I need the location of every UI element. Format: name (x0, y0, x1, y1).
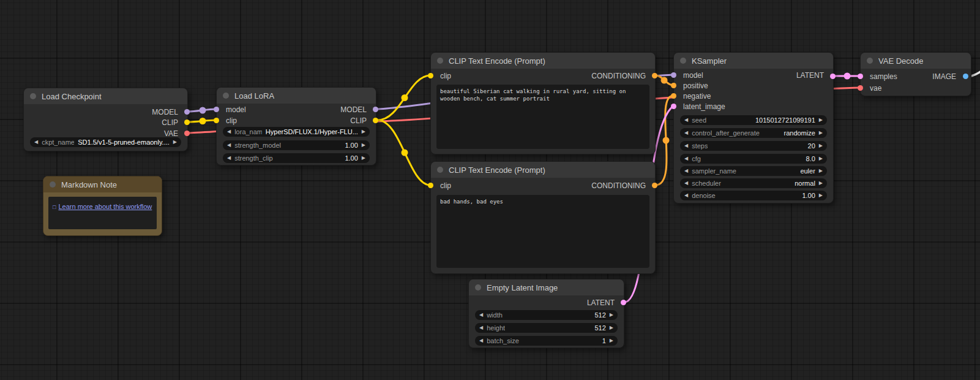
node-titlebar: KSampler (674, 53, 833, 69)
workflow-help-link[interactable]: □Learn more about this workflow (53, 203, 152, 210)
collapse-dot-icon[interactable] (437, 58, 443, 64)
widget-denoise[interactable]: ◀ denoise 1.00 ▶ (680, 191, 827, 200)
arrow-left-icon[interactable]: ◀ (684, 191, 688, 200)
input-label-vae: vae (870, 83, 881, 93)
widget-height[interactable]: ◀ height 512 ▶ (475, 323, 618, 333)
arrow-right-icon[interactable]: ▶ (610, 336, 613, 346)
widget-strength-model[interactable]: ◀ strength_model 1.00 ▶ (223, 140, 370, 150)
arrow-left-icon[interactable]: ◀ (227, 153, 231, 163)
wire-checkpoint-clip-to-lora (188, 120, 216, 122)
node-ksampler[interactable]: KSampler model positive negative latent_… (673, 52, 834, 203)
input-label-positive: positive (683, 81, 708, 91)
collapse-dot-icon[interactable] (867, 58, 873, 64)
output-label-conditioning: CONDITIONING (591, 71, 646, 81)
widget-control-after-generate[interactable]: ◀ control_after_generate randomize ▶ (680, 128, 827, 138)
widget-steps[interactable]: ◀ steps 20 ▶ (680, 141, 827, 151)
port-positive-input[interactable] (671, 83, 676, 88)
collapse-dot-icon[interactable] (223, 93, 229, 99)
node-load-checkpoint[interactable]: Load Checkpoint MODEL CLIP VAE ◀ ckpt_na… (23, 88, 188, 151)
node-graph-canvas[interactable]: Load Checkpoint MODEL CLIP VAE ◀ ckpt_na… (0, 0, 980, 380)
node-titlebar: CLIP Text Encode (Prompt) (431, 53, 655, 69)
node-titlebar: Markdown Note (43, 177, 162, 192)
node-markdown-note[interactable]: Markdown Note □Learn more about this wor… (43, 176, 162, 236)
widget-cfg[interactable]: ◀ cfg 8.0 ▶ (680, 154, 827, 164)
output-label-image: IMAGE (932, 72, 956, 82)
port-image-output[interactable] (963, 74, 968, 79)
port-clip-input[interactable] (214, 118, 219, 123)
port-model-output[interactable] (184, 109, 190, 115)
arrow-left-icon[interactable]: ◀ (227, 127, 231, 137)
input-label-clip: clip (226, 116, 237, 126)
arrow-right-icon[interactable]: ▶ (819, 191, 823, 200)
arrow-right-icon[interactable]: ▶ (819, 166, 823, 176)
negative-prompt-textarea[interactable]: bad hands, bad eyes (436, 195, 649, 268)
arrow-left-icon[interactable]: ◀ (684, 154, 688, 164)
collapse-dot-icon[interactable] (30, 93, 36, 99)
arrow-left-icon[interactable]: ◀ (34, 137, 38, 147)
arrow-right-icon[interactable]: ▶ (819, 178, 823, 188)
port-model-input[interactable] (214, 107, 219, 112)
arrow-right-icon[interactable]: ▶ (610, 310, 613, 320)
widget-sampler-name[interactable]: ◀ sampler_name euler ▶ (680, 166, 827, 176)
port-vae-output[interactable] (184, 131, 190, 136)
note-content: □Learn more about this workflow (48, 197, 157, 229)
collapse-dot-icon[interactable] (50, 181, 56, 188)
arrow-right-icon[interactable]: ▶ (173, 137, 177, 147)
node-clip-text-encode-positive[interactable]: CLIP Text Encode (Prompt) clip CONDITION… (430, 52, 656, 154)
arrow-left-icon[interactable]: ◀ (227, 140, 231, 150)
wire-negative-conditioning-to-ksampler (656, 96, 673, 185)
node-empty-latent-image[interactable]: Empty Latent Image LATENT ◀ width 512 ▶ … (468, 279, 624, 348)
port-conditioning-output[interactable] (652, 183, 657, 188)
arrow-right-icon[interactable]: ▶ (819, 128, 823, 138)
arrow-right-icon[interactable]: ▶ (610, 323, 613, 333)
collapse-dot-icon[interactable] (680, 58, 686, 64)
port-clip-input[interactable] (428, 73, 433, 78)
widget-ckpt-name[interactable]: ◀ ckpt_name SD1.5/v1-5-pruned-emaonly...… (30, 137, 181, 147)
node-load-lora[interactable]: Load LoRA model clip MODEL CLIP ◀ lora_n… (216, 87, 376, 165)
output-label-model: MODEL (340, 105, 367, 115)
port-clip-output[interactable] (373, 118, 378, 123)
node-vae-decode[interactable]: VAE Decode samples vae IMAGE (860, 52, 971, 96)
widget-seed[interactable]: ◀ seed 1015012721099191 ▶ (680, 115, 827, 125)
widget-strength-clip[interactable]: ◀ strength_clip 1.00 ▶ (223, 153, 370, 163)
arrow-left-icon[interactable]: ◀ (479, 336, 483, 346)
arrow-right-icon[interactable]: ▶ (362, 153, 365, 163)
output-label-clip: CLIP (350, 116, 367, 126)
arrow-right-icon[interactable]: ▶ (819, 154, 823, 164)
port-latent-image-input[interactable] (671, 104, 676, 109)
positive-prompt-textarea[interactable]: beautiful Siberian cat walking in rural … (436, 85, 649, 149)
port-latent-output[interactable] (621, 300, 626, 305)
collapse-dot-icon[interactable] (475, 284, 481, 291)
widget-batch-size[interactable]: ◀ batch_size 1 ▶ (475, 336, 618, 346)
node-clip-text-encode-negative[interactable]: CLIP Text Encode (Prompt) clip CONDITION… (430, 161, 656, 274)
widget-width[interactable]: ◀ width 512 ▶ (475, 310, 618, 320)
arrow-right-icon[interactable]: ▶ (362, 127, 365, 137)
port-model-input[interactable] (671, 72, 676, 78)
arrow-left-icon[interactable]: ◀ (684, 166, 688, 176)
arrow-left-icon[interactable]: ◀ (684, 178, 688, 188)
port-negative-input[interactable] (671, 93, 676, 99)
collapse-dot-icon[interactable] (437, 167, 443, 173)
arrow-left-icon[interactable]: ◀ (479, 310, 483, 320)
widget-scheduler[interactable]: ◀ scheduler normal ▶ (680, 178, 827, 188)
port-samples-input[interactable] (858, 74, 863, 79)
arrow-right-icon[interactable]: ▶ (362, 140, 365, 150)
port-conditioning-output[interactable] (652, 73, 657, 78)
widget-lora-name[interactable]: ◀ lora_name HyperSD/FLUX.1/Hyper-FLU... … (223, 127, 370, 137)
arrow-right-icon[interactable]: ▶ (819, 141, 823, 151)
arrow-left-icon[interactable]: ◀ (479, 323, 483, 333)
port-model-output[interactable] (373, 107, 378, 112)
arrow-left-icon[interactable]: ◀ (684, 128, 688, 138)
wire-vaedecode-image-out (971, 71, 980, 76)
input-label-negative: negative (683, 91, 711, 101)
arrow-right-icon[interactable]: ▶ (819, 115, 823, 125)
node-title: Load LoRA (234, 91, 274, 101)
port-vae-input[interactable] (858, 85, 863, 91)
port-clip-output[interactable] (184, 120, 190, 125)
arrow-left-icon[interactable]: ◀ (684, 115, 688, 125)
port-latent-output[interactable] (830, 74, 836, 79)
link-midpoint-dot (200, 118, 206, 124)
wire-lora-clip-to-negative-prompt (378, 120, 430, 185)
port-clip-input[interactable] (428, 183, 433, 188)
arrow-left-icon[interactable]: ◀ (684, 141, 688, 151)
